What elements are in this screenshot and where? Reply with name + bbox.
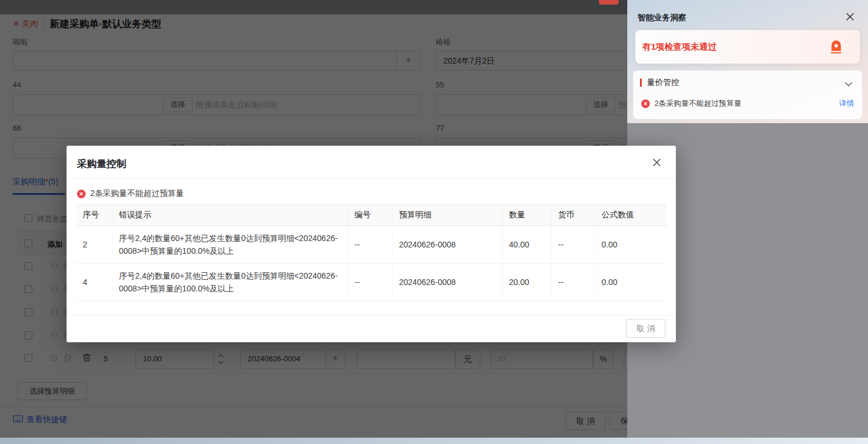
price-control-section: 量价管控 × 2条采购量不能超过预算量 详情 bbox=[633, 71, 862, 119]
cell-budget: 20240626-0008 bbox=[392, 226, 502, 264]
section-title: 量价管控 bbox=[647, 77, 679, 88]
error-icon: × bbox=[641, 99, 650, 108]
col-budget: 预算明细 bbox=[392, 205, 502, 226]
close-insight-icon[interactable] bbox=[844, 10, 856, 23]
cell-qty: 20.00 bbox=[502, 264, 551, 301]
dialog-cancel-button[interactable]: 取 消 bbox=[626, 319, 665, 338]
check-item-row: × 2条采购量不能超过预算量 详情 bbox=[641, 98, 854, 109]
notification-badge bbox=[599, 0, 619, 5]
dialog-title: 采购量控制 bbox=[77, 157, 126, 171]
error-table: 序号 错误提示 编号 预算明细 数量 货币 公式数值 2 序号2,4的数量60+… bbox=[76, 204, 667, 301]
cell-code: -- bbox=[347, 264, 392, 301]
error-table-header: 序号 错误提示 编号 预算明细 数量 货币 公式数值 bbox=[76, 205, 667, 226]
error-icon: × bbox=[77, 190, 86, 198]
check-alert-banner: 有1项检查项未通过 bbox=[635, 30, 860, 64]
col-formula: 公式数值 bbox=[594, 205, 667, 226]
error-summary-text: 2条采购量不能超过预算量 bbox=[90, 188, 184, 199]
chevron-down-icon[interactable] bbox=[844, 79, 853, 89]
dialog-error-summary: × 2条采购量不能超过预算量 bbox=[77, 188, 184, 199]
dialog-footer-divider bbox=[67, 315, 676, 316]
col-code: 编号 bbox=[347, 205, 392, 226]
cell-currency: -- bbox=[551, 226, 594, 264]
cell-budget: 20240626-0008 bbox=[392, 264, 502, 301]
close-dialog-icon[interactable] bbox=[650, 156, 663, 169]
cell-qty: 40.00 bbox=[502, 226, 551, 264]
cell-formula: 0.00 bbox=[594, 264, 667, 301]
purchase-quantity-control-dialog: 采购量控制 × 2条采购量不能超过预算量 序号 错误提示 编号 预算明细 数量 … bbox=[67, 146, 676, 342]
col-currency: 货币 bbox=[551, 205, 594, 226]
cell-seq: 4 bbox=[76, 264, 112, 301]
col-seq: 序号 bbox=[76, 205, 112, 226]
check-item-text: 2条采购量不能超过预算量 bbox=[654, 98, 834, 109]
check-alert-text: 有1项检查项未通过 bbox=[642, 42, 716, 53]
insight-panel-title: 智能业务洞察 bbox=[638, 13, 686, 23]
col-qty: 数量 bbox=[502, 205, 551, 226]
cell-formula: 0.00 bbox=[594, 226, 667, 264]
detail-link[interactable]: 详情 bbox=[839, 98, 854, 109]
table-row: 2 序号2,4的数量60+其他已发生数量0达到预算明细<20240626-000… bbox=[76, 226, 667, 264]
cell-code: -- bbox=[347, 226, 392, 264]
cell-message: 序号2,4的数量60+其他已发生数量0达到预算明细<20240626-0008>… bbox=[112, 264, 347, 301]
bottom-window-strip bbox=[0, 438, 868, 444]
alarm-icon bbox=[827, 38, 845, 58]
col-message: 错误提示 bbox=[112, 205, 347, 226]
insight-panel: 智能业务洞察 有1项检查项未通过 量价管控 × 2条采购量不能超过预算量 bbox=[627, 0, 868, 123]
cell-currency: -- bbox=[551, 264, 594, 301]
section-marker bbox=[640, 79, 642, 87]
cell-message: 序号2,4的数量60+其他已发生数量0达到预算明细<20240626-0008>… bbox=[112, 226, 347, 264]
table-row: 4 序号2,4的数量60+其他已发生数量0达到预算明细<20240626-000… bbox=[76, 264, 667, 301]
cell-seq: 2 bbox=[76, 226, 112, 264]
dialog-header-divider bbox=[67, 178, 676, 179]
